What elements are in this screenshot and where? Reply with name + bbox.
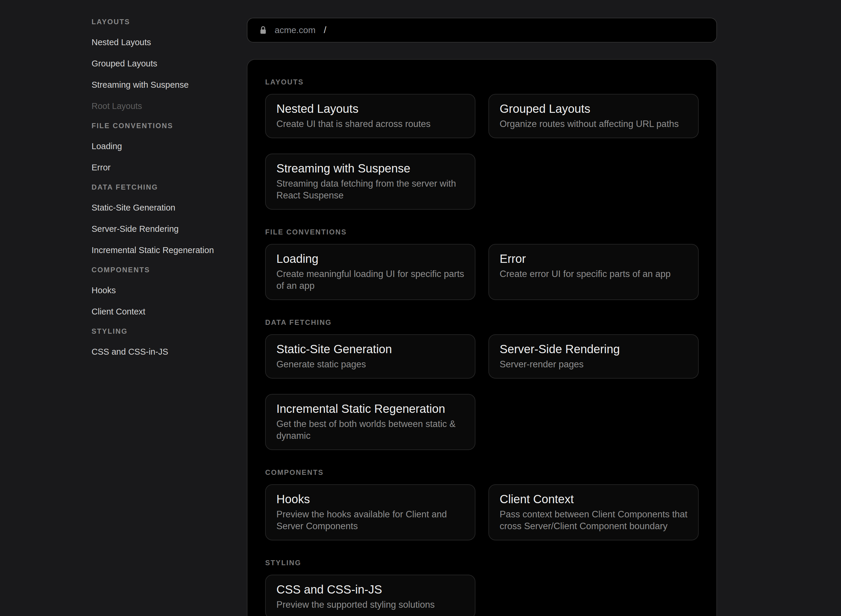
- card-grid: Hooks Preview the hooks available for Cl…: [265, 484, 699, 540]
- card-title: Static-Site Generation: [276, 343, 464, 356]
- address-bar-path: /: [324, 25, 326, 35]
- screen: LAYOUTS Nested Layouts Grouped Layouts S…: [0, 0, 841, 616]
- sidebar-item-nested-layouts[interactable]: Nested Layouts: [92, 37, 233, 47]
- card-server-side-rendering[interactable]: Server-Side Rendering Server-render page…: [488, 334, 699, 378]
- card-incremental-static-regeneration[interactable]: Incremental Static Regeneration Get the …: [265, 394, 475, 450]
- sidebar-section-label: LAYOUTS: [92, 18, 233, 25]
- main-section-label: LAYOUTS: [265, 79, 699, 86]
- card-title: Grouped Layouts: [500, 102, 687, 115]
- sidebar-section-components: COMPONENTS Hooks Client Context: [92, 266, 233, 317]
- sidebar-section-data-fetching: DATA FETCHING Static-Site Generation Ser…: [92, 184, 233, 255]
- card-description: Preview the hooks available for Client a…: [276, 509, 464, 532]
- card-title: Error: [500, 252, 687, 265]
- main-section-styling: STYLING CSS and CSS-in-JS Preview the su…: [265, 559, 699, 616]
- main-section-label: STYLING: [265, 559, 699, 566]
- address-bar[interactable]: acme.com /: [247, 18, 717, 43]
- card-description: Server-render pages: [500, 358, 687, 370]
- card-description: Organize routes without affecting URL pa…: [500, 118, 687, 130]
- card-description: Create meaningful loading UI for specifi…: [276, 268, 464, 292]
- card-grid: CSS and CSS-in-JS Preview the supported …: [265, 575, 699, 616]
- main-section-label: DATA FETCHING: [265, 319, 699, 326]
- lock-icon: [259, 26, 267, 35]
- card-title: Loading: [276, 252, 464, 265]
- main-section-layouts: LAYOUTS Nested Layouts Create UI that is…: [265, 79, 699, 210]
- sidebar-section-layouts: LAYOUTS Nested Layouts Grouped Layouts S…: [92, 18, 233, 111]
- card-description: Create error UI for specific parts of an…: [500, 268, 687, 280]
- sidebar-section-file-conventions: FILE CONVENTIONS Loading Error: [92, 122, 233, 172]
- card-title: Server-Side Rendering: [500, 343, 687, 356]
- card-hooks[interactable]: Hooks Preview the hooks available for Cl…: [265, 484, 475, 540]
- address-bar-domain: acme.com: [275, 25, 315, 35]
- sidebar-item-hooks[interactable]: Hooks: [92, 285, 233, 295]
- card-title: Nested Layouts: [276, 102, 464, 115]
- card-description: Create UI that is shared across routes: [276, 118, 464, 130]
- card-grid: Nested Layouts Create UI that is shared …: [265, 94, 699, 210]
- card-loading[interactable]: Loading Create meaningful loading UI for…: [265, 244, 475, 300]
- card-description: Pass context between Client Components t…: [500, 509, 687, 532]
- card-description: Preview the supported styling solutions: [276, 599, 464, 611]
- sidebar-item-css-and-css-in-js[interactable]: CSS and CSS-in-JS: [92, 347, 233, 357]
- sidebar-section-styling: STYLING CSS and CSS-in-JS: [92, 328, 233, 357]
- card-grid: Loading Create meaningful loading UI for…: [265, 244, 699, 300]
- sidebar: LAYOUTS Nested Layouts Grouped Layouts S…: [92, 18, 233, 368]
- card-client-context[interactable]: Client Context Pass context between Clie…: [488, 484, 699, 540]
- sidebar-item-client-context[interactable]: Client Context: [92, 307, 233, 317]
- main-section-label: FILE CONVENTIONS: [265, 229, 699, 236]
- main-section-file-conventions: FILE CONVENTIONS Loading Create meaningf…: [265, 229, 699, 300]
- sidebar-item-root-layouts: Root Layouts: [92, 101, 233, 111]
- sidebar-item-error[interactable]: Error: [92, 163, 233, 172]
- card-title: Client Context: [500, 493, 687, 506]
- card-title: CSS and CSS-in-JS: [276, 583, 464, 596]
- card-grid: Static-Site Generation Generate static p…: [265, 334, 699, 450]
- card-error[interactable]: Error Create error UI for specific parts…: [488, 244, 699, 300]
- sidebar-section-label: COMPONENTS: [92, 266, 233, 273]
- sidebar-item-static-site-generation[interactable]: Static-Site Generation: [92, 202, 233, 213]
- sidebar-section-label: FILE CONVENTIONS: [92, 122, 233, 129]
- card-streaming-with-suspense[interactable]: Streaming with Suspense Streaming data f…: [265, 154, 475, 210]
- card-static-site-generation[interactable]: Static-Site Generation Generate static p…: [265, 334, 475, 378]
- sidebar-item-server-side-rendering[interactable]: Server-Side Rendering: [92, 224, 233, 234]
- sidebar-item-loading[interactable]: Loading: [92, 141, 233, 151]
- card-description: Streaming data fetching from the server …: [276, 178, 464, 201]
- card-title: Incremental Static Regeneration: [276, 402, 464, 415]
- main-section-data-fetching: DATA FETCHING Static-Site Generation Gen…: [265, 319, 699, 450]
- main-section-components: COMPONENTS Hooks Preview the hooks avail…: [265, 469, 699, 540]
- sidebar-item-incremental-static-regeneration[interactable]: Incremental Static Regeneration: [92, 245, 233, 255]
- card-css-and-css-in-js[interactable]: CSS and CSS-in-JS Preview the supported …: [265, 575, 475, 616]
- sidebar-section-label: DATA FETCHING: [92, 184, 233, 191]
- card-grouped-layouts[interactable]: Grouped Layouts Organize routes without …: [488, 94, 699, 138]
- card-nested-layouts[interactable]: Nested Layouts Create UI that is shared …: [265, 94, 475, 138]
- card-description: Generate static pages: [276, 358, 464, 370]
- sidebar-item-streaming-with-suspense[interactable]: Streaming with Suspense: [92, 80, 233, 90]
- card-title: Streaming with Suspense: [276, 162, 464, 175]
- card-title: Hooks: [276, 493, 464, 506]
- sidebar-section-label: STYLING: [92, 328, 233, 335]
- main-section-label: COMPONENTS: [265, 469, 699, 476]
- main-panel: LAYOUTS Nested Layouts Create UI that is…: [247, 59, 717, 616]
- card-description: Get the best of both worlds between stat…: [276, 418, 464, 442]
- sidebar-item-grouped-layouts[interactable]: Grouped Layouts: [92, 59, 233, 69]
